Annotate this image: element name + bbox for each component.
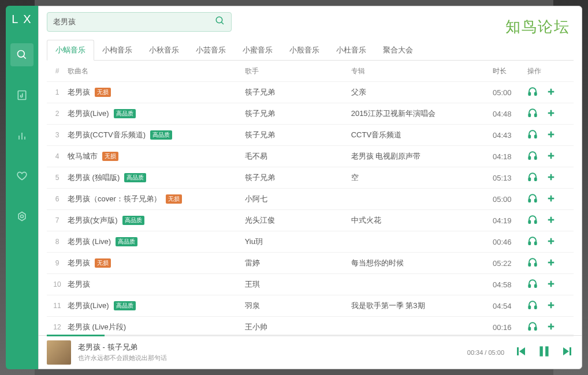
table-row[interactable]: 1老男孩无损筷子兄弟父亲05:00 <box>47 82 574 103</box>
listen-button[interactable] <box>527 279 538 291</box>
skip-back-icon <box>515 344 529 358</box>
add-button[interactable] <box>546 300 556 312</box>
table-row[interactable]: 5老男孩 (独唱版)高品质筷子兄弟空05:13 <box>47 167 574 189</box>
listen-button[interactable] <box>527 129 538 141</box>
svg-marker-58 <box>519 347 525 355</box>
svg-rect-46 <box>529 284 530 287</box>
add-button[interactable] <box>546 108 556 120</box>
tab-source-4[interactable]: 小蜜音乐 <box>234 40 281 60</box>
progress-fill <box>47 335 105 336</box>
player-bar: 老男孩 - 筷子兄弟 也许永远都不会跟她说出那句话 00:34 / 05:00 <box>39 335 582 369</box>
table-row[interactable]: 2老男孩(Live)高品质筷子兄弟2015江苏卫视新年演唱会04:48 <box>47 103 574 125</box>
svg-rect-61 <box>545 346 548 356</box>
svg-rect-39 <box>535 242 537 245</box>
main-panel: 知鸟论坛 小蜗音乐小枸音乐小秋音乐小芸音乐小蜜音乐小殷音乐小杜音乐聚合大会 # … <box>38 6 582 369</box>
next-button[interactable] <box>560 344 574 361</box>
pause-icon <box>537 344 552 359</box>
table-row[interactable]: 8老男孩 (Live)高品质Yiu玥00:46 <box>47 231 574 253</box>
nav-search[interactable] <box>10 43 34 66</box>
listen-button[interactable] <box>527 300 538 312</box>
bars-icon <box>16 130 28 141</box>
add-button[interactable] <box>546 151 556 163</box>
heart-icon <box>16 170 28 182</box>
add-button[interactable] <box>546 321 556 333</box>
svg-line-1 <box>24 57 26 59</box>
svg-rect-22 <box>529 156 530 159</box>
table-row[interactable]: 7老男孩(女声版)高品质光头江俊中式火花04:19 <box>47 210 574 231</box>
nav-favorites[interactable] <box>10 164 34 187</box>
quality-badge: 高品质 <box>116 237 137 246</box>
svg-rect-59 <box>517 347 519 355</box>
svg-marker-62 <box>563 347 569 355</box>
song-duration: 04:43 <box>493 131 527 140</box>
search-input[interactable] <box>53 18 215 27</box>
nav-settings[interactable] <box>10 205 34 228</box>
results-list[interactable]: # 歌曲名 歌手 专辑 时长 操作 1老男孩无损筷子兄弟父亲05:002老男孩(… <box>39 61 582 335</box>
pause-button[interactable] <box>537 344 552 361</box>
player-info: 老男孩 - 筷子兄弟 也许永远都不会跟她说出那句话 <box>78 342 460 362</box>
listen-button[interactable] <box>527 108 538 120</box>
listen-button[interactable] <box>527 193 538 205</box>
table-row[interactable]: 10老男孩王琪04:58 <box>47 274 574 295</box>
listen-button[interactable] <box>527 236 538 248</box>
listen-button[interactable] <box>527 257 538 269</box>
add-button[interactable] <box>546 193 556 205</box>
add-button[interactable] <box>546 172 556 184</box>
tab-source-3[interactable]: 小芸音乐 <box>187 40 235 60</box>
tab-source-5[interactable]: 小殷音乐 <box>281 40 328 60</box>
row-index: 3 <box>47 131 68 139</box>
listen-button[interactable] <box>527 172 538 184</box>
table-row[interactable]: 6老男孩（cover：筷子兄弟）无损小阿七05:00 <box>47 189 574 210</box>
song-artist: Yiu玥 <box>245 237 351 247</box>
progress-bar[interactable] <box>47 335 574 336</box>
quality-badge: 高品质 <box>122 216 144 225</box>
song-name: 老男孩 <box>68 258 90 268</box>
svg-rect-11 <box>535 92 537 95</box>
song-album: 2015江苏卫视新年演唱会 <box>351 108 493 119</box>
svg-point-7 <box>21 215 24 218</box>
song-album: 中式火花 <box>351 215 493 226</box>
song-name: 老男孩 (Live片段) <box>68 322 126 332</box>
search-box[interactable] <box>47 12 232 32</box>
add-button[interactable] <box>546 236 556 248</box>
quality-badge: 无损 <box>166 194 182 204</box>
row-index: 12 <box>47 323 68 331</box>
search-submit-icon[interactable] <box>215 16 225 28</box>
svg-rect-31 <box>535 199 537 202</box>
listen-button[interactable] <box>527 87 538 99</box>
listen-button[interactable] <box>527 215 538 227</box>
tab-source-7[interactable]: 聚合大会 <box>374 40 422 60</box>
add-button[interactable] <box>546 87 556 99</box>
table-row[interactable]: 12老男孩 (Live片段)王小帅00:16 <box>47 317 574 335</box>
table-row[interactable]: 9老男孩无损雷婷每当想你的时候05:22 <box>47 253 574 274</box>
song-name: 老男孩 <box>68 87 90 97</box>
row-index: 10 <box>47 280 68 288</box>
svg-rect-63 <box>570 347 571 355</box>
svg-rect-42 <box>529 263 530 266</box>
tab-source-2[interactable]: 小秋音乐 <box>140 40 188 60</box>
song-name: 老男孩(女声版) <box>68 215 118 226</box>
table-row[interactable]: 3老男孩(CCTV音乐频道)高品质筷子兄弟CCTV音乐频道04:43 <box>47 125 574 146</box>
add-button[interactable] <box>546 279 556 291</box>
nav-library[interactable] <box>10 84 34 107</box>
row-index: 1 <box>47 88 68 96</box>
svg-rect-50 <box>529 306 530 309</box>
song-name: 牧马城市 <box>68 151 98 162</box>
table-row[interactable]: 4牧马城市无损毛不易老男孩 电视剧原声带04:18 <box>47 146 574 167</box>
nav-charts[interactable] <box>10 124 34 147</box>
song-album: 每当想你的时候 <box>351 258 493 268</box>
song-name: 老男孩(Live) <box>68 301 109 311</box>
listen-button[interactable] <box>527 151 538 163</box>
table-row[interactable]: 11老男孩(Live)高品质羽泉我是歌手第一季 第3期04:54 <box>47 295 574 317</box>
svg-rect-54 <box>529 327 530 330</box>
add-button[interactable] <box>546 257 556 269</box>
listen-button[interactable] <box>527 321 538 333</box>
add-button[interactable] <box>546 129 556 141</box>
album-cover[interactable] <box>47 340 71 365</box>
song-duration: 00:16 <box>493 323 527 332</box>
tab-source-0[interactable]: 小蜗音乐 <box>47 40 94 61</box>
tab-source-6[interactable]: 小杜音乐 <box>328 40 375 60</box>
prev-button[interactable] <box>515 344 529 361</box>
add-button[interactable] <box>546 215 556 227</box>
tab-source-1[interactable]: 小枸音乐 <box>94 40 141 60</box>
